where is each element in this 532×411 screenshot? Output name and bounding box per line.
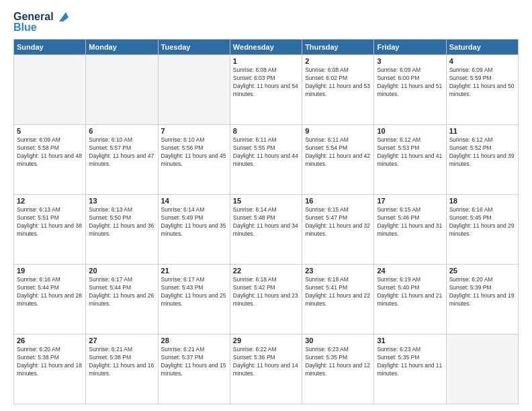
calendar-day-cell: 1Sunrise: 6:08 AMSunset: 6:03 PMDaylight… bbox=[230, 55, 302, 125]
day-info: Sunrise: 6:16 AMSunset: 5:45 PMDaylight:… bbox=[449, 206, 515, 238]
calendar-body: 1Sunrise: 6:08 AMSunset: 6:03 PMDaylight… bbox=[14, 55, 519, 404]
calendar-week-row: 1Sunrise: 6:08 AMSunset: 6:03 PMDaylight… bbox=[14, 55, 519, 125]
weekday-header: Friday bbox=[374, 40, 446, 55]
day-number: 3 bbox=[377, 57, 443, 65]
day-number: 10 bbox=[377, 127, 443, 135]
calendar-day-cell: 24Sunrise: 6:19 AMSunset: 5:40 PMDayligh… bbox=[374, 265, 446, 334]
day-number: 13 bbox=[89, 197, 154, 205]
calendar-day-cell: 22Sunrise: 6:18 AMSunset: 5:42 PMDayligh… bbox=[230, 265, 302, 334]
day-number: 14 bbox=[161, 197, 227, 205]
day-info: Sunrise: 6:21 AMSunset: 5:38 PMDaylight:… bbox=[89, 346, 154, 378]
day-info: Sunrise: 6:13 AMSunset: 5:51 PMDaylight:… bbox=[17, 206, 83, 238]
day-number: 31 bbox=[377, 336, 443, 345]
calendar-header-row: SundayMondayTuesdayWednesdayThursdayFrid… bbox=[14, 40, 519, 55]
calendar-week-row: 26Sunrise: 6:20 AMSunset: 5:38 PMDayligh… bbox=[14, 334, 519, 404]
calendar-day-cell: 6Sunrise: 6:10 AMSunset: 5:57 PMDaylight… bbox=[86, 125, 158, 195]
day-info: Sunrise: 6:22 AMSunset: 5:36 PMDaylight:… bbox=[233, 346, 299, 378]
calendar-day-cell: 15Sunrise: 6:14 AMSunset: 5:48 PMDayligh… bbox=[230, 195, 302, 265]
day-info: Sunrise: 6:08 AMSunset: 6:02 PMDaylight:… bbox=[305, 66, 371, 99]
calendar-day-cell: 30Sunrise: 6:23 AMSunset: 5:35 PMDayligh… bbox=[302, 334, 374, 404]
day-number: 30 bbox=[305, 336, 371, 345]
day-info: Sunrise: 6:11 AMSunset: 5:55 PMDaylight:… bbox=[233, 136, 299, 169]
day-info: Sunrise: 6:18 AMSunset: 5:41 PMDaylight:… bbox=[305, 276, 371, 308]
day-info: Sunrise: 6:20 AMSunset: 5:39 PMDaylight:… bbox=[449, 276, 515, 308]
calendar-day-cell: 18Sunrise: 6:16 AMSunset: 5:45 PMDayligh… bbox=[446, 195, 518, 265]
calendar-day-cell: 13Sunrise: 6:13 AMSunset: 5:50 PMDayligh… bbox=[86, 195, 158, 265]
weekday-header: Saturday bbox=[446, 40, 518, 55]
calendar-day-cell: 10Sunrise: 6:12 AMSunset: 5:53 PMDayligh… bbox=[374, 125, 446, 195]
day-info: Sunrise: 6:16 AMSunset: 5:44 PMDaylight:… bbox=[17, 276, 83, 308]
day-number: 19 bbox=[17, 267, 83, 275]
day-info: Sunrise: 6:08 AMSunset: 6:03 PMDaylight:… bbox=[233, 66, 299, 99]
day-info: Sunrise: 6:19 AMSunset: 5:40 PMDaylight:… bbox=[377, 276, 443, 308]
calendar-day-cell: 9Sunrise: 6:11 AMSunset: 5:54 PMDaylight… bbox=[302, 125, 374, 195]
logo: General Blue bbox=[13, 11, 69, 34]
calendar-day-cell: 27Sunrise: 6:21 AMSunset: 5:38 PMDayligh… bbox=[86, 334, 158, 404]
day-number: 28 bbox=[161, 336, 227, 345]
calendar-day-cell: 23Sunrise: 6:18 AMSunset: 5:41 PMDayligh… bbox=[302, 265, 374, 334]
day-info: Sunrise: 6:12 AMSunset: 5:52 PMDaylight:… bbox=[449, 136, 515, 169]
day-info: Sunrise: 6:17 AMSunset: 5:43 PMDaylight:… bbox=[161, 276, 227, 308]
calendar-day-cell: 16Sunrise: 6:15 AMSunset: 5:47 PMDayligh… bbox=[302, 195, 374, 265]
day-info: Sunrise: 6:21 AMSunset: 5:37 PMDaylight:… bbox=[161, 346, 227, 378]
day-info: Sunrise: 6:15 AMSunset: 5:47 PMDaylight:… bbox=[305, 206, 371, 238]
day-info: Sunrise: 6:10 AMSunset: 5:56 PMDaylight:… bbox=[161, 136, 227, 169]
page: General Blue SundayMondayTuesdayWednesda… bbox=[0, 0, 532, 411]
calendar-day-cell: 14Sunrise: 6:14 AMSunset: 5:49 PMDayligh… bbox=[158, 195, 230, 265]
day-number: 23 bbox=[305, 267, 371, 275]
day-number: 15 bbox=[233, 197, 299, 205]
calendar: SundayMondayTuesdayWednesdayThursdayFrid… bbox=[13, 39, 519, 404]
day-info: Sunrise: 6:20 AMSunset: 5:38 PMDaylight:… bbox=[17, 346, 83, 378]
day-info: Sunrise: 6:14 AMSunset: 5:48 PMDaylight:… bbox=[233, 206, 299, 238]
calendar-day-cell: 26Sunrise: 6:20 AMSunset: 5:38 PMDayligh… bbox=[14, 334, 86, 404]
calendar-day-cell: 5Sunrise: 6:09 AMSunset: 5:58 PMDaylight… bbox=[14, 125, 86, 195]
svg-marker-0 bbox=[59, 12, 69, 21]
day-info: Sunrise: 6:09 AMSunset: 5:58 PMDaylight:… bbox=[17, 136, 83, 169]
day-number: 11 bbox=[449, 127, 515, 135]
weekday-header: Wednesday bbox=[230, 40, 302, 55]
day-number: 29 bbox=[233, 336, 299, 345]
calendar-day-cell: 29Sunrise: 6:22 AMSunset: 5:36 PMDayligh… bbox=[230, 334, 302, 404]
day-number: 21 bbox=[161, 267, 227, 275]
day-number: 8 bbox=[233, 127, 299, 135]
day-info: Sunrise: 6:15 AMSunset: 5:46 PMDaylight:… bbox=[377, 206, 443, 238]
day-number: 26 bbox=[17, 336, 83, 345]
day-number: 2 bbox=[305, 57, 371, 65]
day-info: Sunrise: 6:10 AMSunset: 5:57 PMDaylight:… bbox=[89, 136, 154, 169]
day-info: Sunrise: 6:09 AMSunset: 6:00 PMDaylight:… bbox=[377, 66, 443, 99]
logo-blue: Blue bbox=[13, 21, 37, 34]
weekday-header: Sunday bbox=[14, 40, 86, 55]
calendar-day-cell: 7Sunrise: 6:10 AMSunset: 5:56 PMDaylight… bbox=[158, 125, 230, 195]
calendar-day-cell: 25Sunrise: 6:20 AMSunset: 5:39 PMDayligh… bbox=[446, 265, 518, 334]
day-number: 22 bbox=[233, 267, 299, 275]
day-number: 20 bbox=[89, 267, 154, 275]
calendar-day-cell: 20Sunrise: 6:17 AMSunset: 5:44 PMDayligh… bbox=[86, 265, 158, 334]
day-number: 16 bbox=[305, 197, 371, 205]
calendar-day-cell: 12Sunrise: 6:13 AMSunset: 5:51 PMDayligh… bbox=[14, 195, 86, 265]
header: General Blue bbox=[13, 11, 519, 34]
day-number: 27 bbox=[89, 336, 154, 345]
calendar-day-cell: 11Sunrise: 6:12 AMSunset: 5:52 PMDayligh… bbox=[446, 125, 518, 195]
calendar-day-cell bbox=[158, 55, 230, 125]
day-info: Sunrise: 6:12 AMSunset: 5:53 PMDaylight:… bbox=[377, 136, 443, 169]
calendar-day-cell: 31Sunrise: 6:23 AMSunset: 5:35 PMDayligh… bbox=[374, 334, 446, 404]
calendar-day-cell: 2Sunrise: 6:08 AMSunset: 6:02 PMDaylight… bbox=[302, 55, 374, 125]
day-info: Sunrise: 6:17 AMSunset: 5:44 PMDaylight:… bbox=[89, 276, 154, 308]
calendar-week-row: 19Sunrise: 6:16 AMSunset: 5:44 PMDayligh… bbox=[14, 265, 519, 334]
day-number: 9 bbox=[305, 127, 371, 135]
calendar-day-cell: 4Sunrise: 6:09 AMSunset: 5:59 PMDaylight… bbox=[446, 55, 518, 125]
day-number: 1 bbox=[233, 57, 299, 65]
calendar-day-cell: 3Sunrise: 6:09 AMSunset: 6:00 PMDaylight… bbox=[374, 55, 446, 125]
day-info: Sunrise: 6:09 AMSunset: 5:59 PMDaylight:… bbox=[449, 66, 515, 99]
weekday-header: Monday bbox=[86, 40, 158, 55]
calendar-day-cell bbox=[14, 55, 86, 125]
day-info: Sunrise: 6:23 AMSunset: 5:35 PMDaylight:… bbox=[377, 346, 443, 378]
day-number: 25 bbox=[449, 267, 515, 275]
weekday-header: Thursday bbox=[302, 40, 374, 55]
calendar-day-cell: 17Sunrise: 6:15 AMSunset: 5:46 PMDayligh… bbox=[374, 195, 446, 265]
day-number: 5 bbox=[17, 127, 83, 135]
calendar-week-row: 12Sunrise: 6:13 AMSunset: 5:51 PMDayligh… bbox=[14, 195, 519, 265]
day-info: Sunrise: 6:18 AMSunset: 5:42 PMDaylight:… bbox=[233, 276, 299, 308]
calendar-day-cell bbox=[446, 334, 518, 404]
day-number: 17 bbox=[377, 197, 443, 205]
